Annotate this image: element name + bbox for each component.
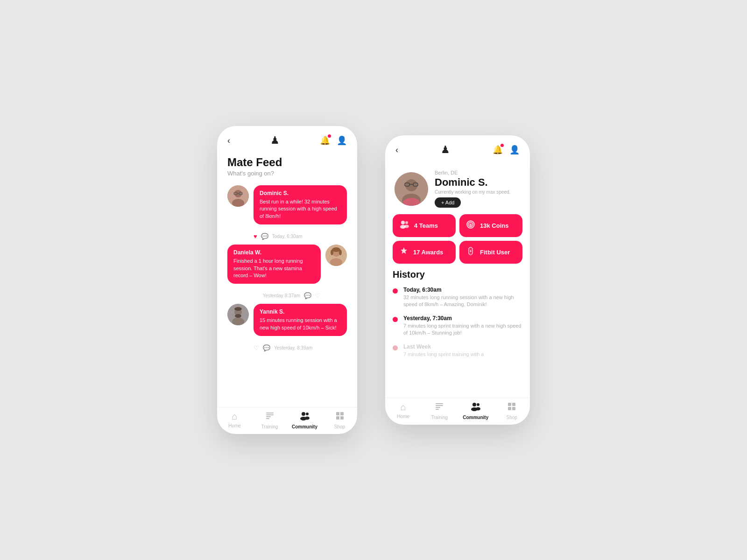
history-dot-yesterday xyxy=(393,317,398,322)
stat-awards[interactable]: 17 Awards xyxy=(393,241,456,264)
feed-item-dominic: Dominic S. Best run in a while! 32 minut… xyxy=(227,185,347,224)
yannik-name: Yannik S. xyxy=(260,308,341,315)
left-logo-icon: ♟ xyxy=(270,134,280,147)
stat-coins[interactable]: $ 13k Coins xyxy=(459,214,522,237)
svg-point-55 xyxy=(476,407,480,411)
heart-icon[interactable]: ♥ xyxy=(254,233,257,240)
svg-rect-50 xyxy=(436,407,440,408)
stat-fitbit[interactable]: Fitbit User xyxy=(459,241,522,264)
svg-point-15 xyxy=(235,314,241,318)
comment-icon-2[interactable]: 💬 xyxy=(304,292,311,299)
left-top-bar: ‹ ♟ 🔔 👤 xyxy=(217,126,357,151)
right-training-icon xyxy=(435,402,444,413)
history-title: History xyxy=(393,269,522,280)
nav-shop[interactable]: Shop xyxy=(322,411,357,429)
stats-grid: 4 Teams $ 13k Coins 17 Awards xyxy=(385,214,530,269)
left-phone: ‹ ♟ 🔔 👤 Mate Feed What's going on? xyxy=(217,126,357,434)
svg-rect-57 xyxy=(512,403,515,406)
svg-point-22 xyxy=(306,413,309,415)
right-nav-training-label: Training xyxy=(431,415,448,420)
home-icon: ⌂ xyxy=(232,411,237,422)
user-icon[interactable]: 👤 xyxy=(337,135,347,146)
svg-point-11 xyxy=(339,250,342,255)
community-icon xyxy=(299,411,310,423)
dominic-meta: ♥ 💬 Today, 6:30am xyxy=(227,233,347,240)
right-header-icons: 🔔 👤 xyxy=(493,145,520,155)
daniela-bubble[interactable]: Daniela W. Finished a 1 hour long runnin… xyxy=(227,245,321,284)
svg-rect-56 xyxy=(508,403,511,406)
svg-rect-18 xyxy=(266,414,274,415)
nav-training[interactable]: Training xyxy=(252,411,287,429)
profile-details: Berlin, DE Dominic S. Currently working … xyxy=(435,170,521,208)
svg-rect-58 xyxy=(508,407,511,410)
history-section: History Today, 6:30am 32 minutes long ru… xyxy=(385,269,530,398)
right-user-icon[interactable]: 👤 xyxy=(509,145,520,155)
yannik-bubble[interactable]: Yannik S. 15 minutes running session wit… xyxy=(254,304,347,336)
svg-point-37 xyxy=(405,221,408,224)
right-nav-training[interactable]: Training xyxy=(422,402,458,420)
svg-point-30 xyxy=(405,179,417,191)
fitbit-icon xyxy=(466,246,475,258)
svg-text:$: $ xyxy=(470,223,472,227)
history-item-lastweek: Last Week 7 minutes long sprint training… xyxy=(393,343,522,358)
daniela-time: Yesterday 8:37am xyxy=(263,293,300,298)
svg-rect-48 xyxy=(436,403,443,404)
history-desc-lastweek: 7 minutes long sprint training with a xyxy=(403,351,484,358)
comment-icon[interactable]: 💬 xyxy=(261,233,268,240)
right-bottom-nav: ⌂ Home Training xyxy=(385,398,530,425)
profile-header: Berlin, DE Dominic S. Currently working … xyxy=(385,161,530,214)
dominic-name: Dominic S. xyxy=(260,190,341,196)
right-notification-bell-wrap[interactable]: 🔔 xyxy=(493,145,503,155)
svg-point-21 xyxy=(302,412,305,416)
history-desc-yesterday: 7 minutes long sprint training with a ne… xyxy=(403,322,522,337)
nav-community[interactable]: Community xyxy=(287,411,322,429)
svg-rect-26 xyxy=(340,412,344,415)
right-nav-shop[interactable]: Shop xyxy=(494,402,530,420)
profile-bio: Currently working on my max speed. xyxy=(435,189,521,195)
history-content-yesterday: Yesterday, 7:30am 7 minutes long sprint … xyxy=(403,315,522,337)
teams-icon xyxy=(399,220,409,231)
svg-point-16 xyxy=(234,307,242,311)
yannik-avatar[interactable] xyxy=(227,304,249,325)
right-nav-home[interactable]: ⌂ Home xyxy=(385,402,422,420)
svg-point-52 xyxy=(472,403,476,406)
right-back-button[interactable]: ‹ xyxy=(395,145,398,155)
svg-point-24 xyxy=(305,417,310,420)
notification-bell-wrap[interactable]: 🔔 xyxy=(320,135,330,146)
comment-icon-3[interactable]: 💬 xyxy=(263,344,270,351)
right-shop-icon xyxy=(507,402,516,413)
profile-name: Dominic S. xyxy=(435,176,521,189)
yannik-text: 15 minutes running session with a new hi… xyxy=(260,317,341,331)
nav-training-label: Training xyxy=(261,424,278,429)
svg-rect-19 xyxy=(266,416,271,417)
history-time-yesterday: Yesterday, 7:30am xyxy=(403,315,522,322)
svg-rect-59 xyxy=(512,407,515,410)
coins-label: 13k Coins xyxy=(480,222,508,229)
nav-home-label: Home xyxy=(228,423,241,428)
history-dot-today xyxy=(393,288,398,294)
daniela-avatar[interactable] xyxy=(325,245,347,266)
daniela-name: Daniela W. xyxy=(233,249,315,256)
awards-icon xyxy=(399,246,409,258)
dominic-bubble[interactable]: Dominic S. Best run in a while! 32 minut… xyxy=(254,185,347,224)
left-back-button[interactable]: ‹ xyxy=(227,136,230,146)
right-top-bar: ‹ ♟ 🔔 👤 xyxy=(385,135,530,161)
heart-icon-2[interactable]: ♡ xyxy=(315,292,321,299)
svg-rect-27 xyxy=(336,416,339,420)
nav-home[interactable]: ⌂ Home xyxy=(217,411,252,429)
feed-subtitle: What's going on? xyxy=(227,170,347,177)
training-icon xyxy=(265,411,275,423)
history-content-today: Today, 6:30am 32 minutes long running se… xyxy=(403,287,522,308)
yannik-meta: ♡ 💬 Yesterday, 8:39am xyxy=(227,344,347,351)
dominic-avatar[interactable] xyxy=(227,185,249,207)
heart-icon-3[interactable]: ♡ xyxy=(254,344,259,351)
add-button[interactable]: + Add xyxy=(435,197,461,208)
right-nav-community[interactable]: Community xyxy=(458,402,494,420)
coins-icon: $ xyxy=(466,220,475,231)
right-phone: ‹ ♟ 🔔 👤 xyxy=(385,135,530,425)
stat-teams[interactable]: 4 Teams xyxy=(393,214,456,237)
daniela-text: Finished a 1 hour long running session. … xyxy=(233,258,315,279)
svg-point-53 xyxy=(477,403,479,406)
daniela-meta: Yesterday 8:37am 💬 ♡ xyxy=(227,292,347,299)
right-logo-icon: ♟ xyxy=(441,144,450,156)
